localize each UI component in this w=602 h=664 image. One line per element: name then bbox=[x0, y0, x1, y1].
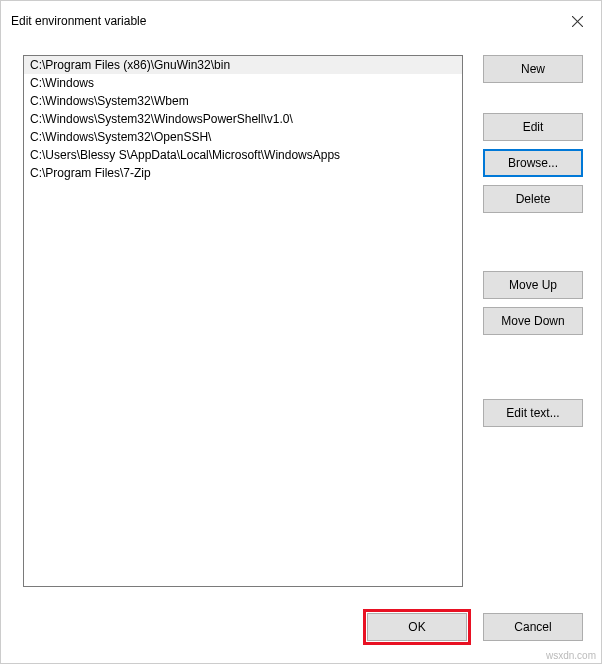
list-item[interactable]: C:\Windows bbox=[24, 74, 462, 92]
dialog-footer: OK Cancel bbox=[1, 599, 601, 663]
watermark-text: wsxdn.com bbox=[546, 650, 596, 661]
edit-text-button[interactable]: Edit text... bbox=[483, 399, 583, 427]
side-button-column: New Edit Browse... Delete Move Up Move D… bbox=[483, 55, 583, 587]
ok-button[interactable]: OK bbox=[367, 613, 467, 641]
list-item[interactable]: C:\Program Files\7-Zip bbox=[24, 164, 462, 182]
list-item[interactable]: C:\Program Files (x86)\GnuWin32\bin bbox=[24, 56, 462, 74]
list-item[interactable]: C:\Windows\System32\Wbem bbox=[24, 92, 462, 110]
close-button[interactable] bbox=[565, 9, 589, 33]
list-item[interactable]: C:\Users\Blessy S\AppData\Local\Microsof… bbox=[24, 146, 462, 164]
window-title: Edit environment variable bbox=[11, 14, 146, 28]
dialog-window: Edit environment variable C:\Program Fil… bbox=[0, 0, 602, 664]
move-up-button[interactable]: Move Up bbox=[483, 271, 583, 299]
list-item[interactable]: C:\Windows\System32\WindowsPowerShell\v1… bbox=[24, 110, 462, 128]
cancel-button[interactable]: Cancel bbox=[483, 613, 583, 641]
list-item[interactable]: C:\Windows\System32\OpenSSH\ bbox=[24, 128, 462, 146]
dialog-body: C:\Program Files (x86)\GnuWin32\binC:\Wi… bbox=[1, 41, 601, 599]
path-listbox[interactable]: C:\Program Files (x86)\GnuWin32\binC:\Wi… bbox=[23, 55, 463, 587]
new-button[interactable]: New bbox=[483, 55, 583, 83]
close-icon bbox=[572, 16, 583, 27]
delete-button[interactable]: Delete bbox=[483, 185, 583, 213]
titlebar: Edit environment variable bbox=[1, 1, 601, 41]
edit-button[interactable]: Edit bbox=[483, 113, 583, 141]
browse-button[interactable]: Browse... bbox=[483, 149, 583, 177]
ok-highlight-box: OK bbox=[363, 609, 471, 645]
move-down-button[interactable]: Move Down bbox=[483, 307, 583, 335]
